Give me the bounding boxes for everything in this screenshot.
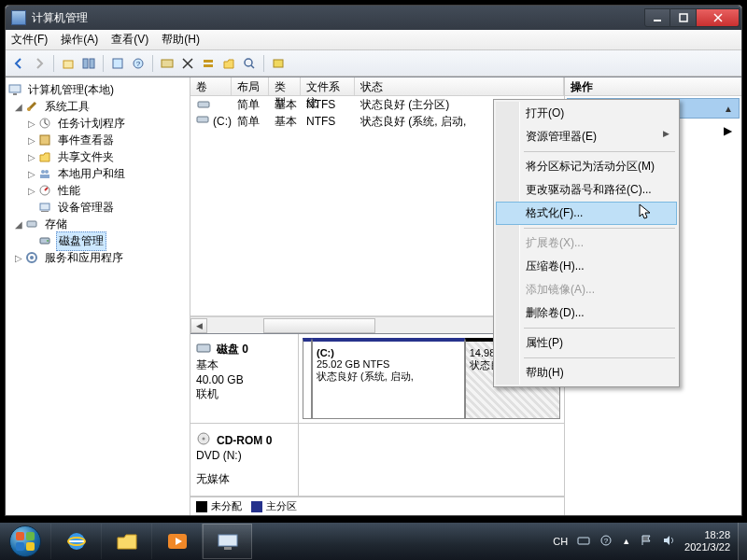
svg-point-21 xyxy=(41,170,45,174)
help-button[interactable]: ? xyxy=(129,54,148,73)
cursor-icon xyxy=(639,203,654,226)
minimize-button[interactable] xyxy=(644,8,670,27)
col-layout[interactable]: 布局 xyxy=(232,77,269,95)
toolbar: ? xyxy=(6,50,741,77)
svg-rect-1 xyxy=(680,14,687,21)
shared-icon xyxy=(37,149,52,164)
back-button[interactable] xyxy=(9,54,28,73)
disk-info[interactable]: 磁盘 0 基本 40.00 GB 联机 xyxy=(190,334,299,423)
svg-rect-41 xyxy=(224,547,232,550)
folder-icon[interactable] xyxy=(219,54,238,73)
devmgr-icon xyxy=(37,200,52,215)
taskbar-explorer[interactable] xyxy=(101,524,151,559)
refresh-icon[interactable] xyxy=(178,54,197,73)
svg-rect-5 xyxy=(83,59,88,68)
diskmgmt-icon xyxy=(37,233,52,248)
col-type[interactable]: 类型 xyxy=(269,77,301,95)
col-status[interactable]: 状态 xyxy=(355,77,564,95)
clock[interactable]: 18:28 2021/3/22 xyxy=(684,529,730,553)
tree-tasksched[interactable]: 任务计划程序 xyxy=(56,115,127,133)
menu-file[interactable]: 文件(F) xyxy=(11,32,48,48)
chevron-right-icon[interactable]: ▶ xyxy=(724,124,732,137)
svg-rect-26 xyxy=(41,211,49,212)
tray-keyboard-icon[interactable] xyxy=(577,534,590,549)
ctx-open[interactable]: 打开(O) xyxy=(496,102,677,125)
show-desktop-button[interactable] xyxy=(738,523,747,560)
taskbar-compmgmt[interactable] xyxy=(202,524,252,559)
scroll-left-icon[interactable]: ◀ xyxy=(190,318,207,333)
maximize-button[interactable] xyxy=(670,8,697,27)
col-volume[interactable]: 卷 xyxy=(190,77,232,95)
svg-rect-16 xyxy=(9,85,21,92)
ctx-delete[interactable]: 删除卷(D)... xyxy=(496,301,677,325)
ctx-explorer[interactable]: 资源管理器(E) xyxy=(496,125,677,148)
ctx-shrink[interactable]: 压缩卷(H)... xyxy=(496,255,677,278)
partition[interactable] xyxy=(303,338,312,419)
tray-flag-icon[interactable] xyxy=(640,534,653,549)
expand-icon[interactable]: ▷ xyxy=(26,119,37,129)
start-button[interactable] xyxy=(0,523,50,560)
ctx-change-drive[interactable]: 更改驱动器号和路径(C)... xyxy=(496,178,677,202)
svg-text:?: ? xyxy=(136,60,141,68)
more-icon[interactable] xyxy=(269,54,288,73)
expand-icon[interactable]: ▷ xyxy=(26,135,37,146)
ctx-mirror: 添加镜像(A)... xyxy=(496,278,677,301)
tree-devmgr[interactable]: 设备管理器 xyxy=(56,199,116,217)
menu-help[interactable]: 帮助(H) xyxy=(162,32,200,48)
settings-icon[interactable] xyxy=(158,54,176,73)
tree-shared[interactable]: 共享文件夹 xyxy=(56,148,116,166)
expand-icon[interactable]: ▷ xyxy=(26,152,37,162)
collapse-icon[interactable]: ◢ xyxy=(13,102,24,112)
tree-root[interactable]: 计算机管理(本地) xyxy=(26,81,116,99)
expand-icon[interactable]: ▷ xyxy=(26,169,37,179)
collapse-icon[interactable]: ◢ xyxy=(13,219,24,230)
tray-help-icon[interactable]: ? xyxy=(599,534,613,549)
menu-action[interactable]: 操作(A) xyxy=(61,32,98,48)
volume-icon xyxy=(196,115,209,128)
menu-view[interactable]: 查看(V) xyxy=(111,32,148,48)
tree-perf[interactable]: 性能 xyxy=(56,182,82,200)
cdrom-info[interactable]: CD-ROM 0 DVD (N:) 无媒体 xyxy=(190,424,299,496)
svg-rect-7 xyxy=(113,59,122,68)
partition-c[interactable]: (C:) 25.02 GB NTFS 状态良好 (系统, 启动, xyxy=(312,338,465,419)
taskbar-media[interactable] xyxy=(151,524,202,559)
tree-eventviewer[interactable]: 事件查看器 xyxy=(56,132,116,149)
svg-point-31 xyxy=(30,256,34,259)
scroll-thumb[interactable] xyxy=(263,318,375,333)
ctx-mark-active[interactable]: 将分区标记为活动分区(M) xyxy=(496,155,677,178)
taskbar-ie[interactable] xyxy=(50,524,101,559)
list-icon[interactable] xyxy=(199,54,218,73)
clock-icon xyxy=(37,116,52,131)
col-fs[interactable]: 文件系统 xyxy=(301,77,355,95)
tree-diskmgmt[interactable]: 磁盘管理 xyxy=(56,231,106,251)
chevron-up-icon[interactable]: ▲ xyxy=(622,537,630,546)
ime-indicator[interactable]: CH xyxy=(553,536,568,547)
close-button[interactable] xyxy=(697,8,740,27)
tree-services[interactable]: 服务和应用程序 xyxy=(43,249,125,267)
svg-rect-25 xyxy=(40,203,49,210)
prop-button[interactable] xyxy=(108,54,127,73)
expand-icon[interactable]: ▷ xyxy=(13,253,24,263)
titlebar[interactable]: 计算机管理 xyxy=(6,6,741,30)
services-icon xyxy=(24,250,39,265)
expand-icon[interactable]: ▷ xyxy=(26,186,37,196)
forward-button[interactable] xyxy=(30,54,49,73)
users-icon xyxy=(37,166,52,181)
ctx-props[interactable]: 属性(P) xyxy=(496,331,677,355)
tree-users[interactable]: 本地用户和组 xyxy=(56,165,127,183)
nav-tree[interactable]: 计算机管理(本地) ◢系统工具 ▷任务计划程序 ▷事件查看器 ▷共享文件夹 ▷本… xyxy=(6,77,190,515)
svg-point-22 xyxy=(45,170,49,174)
disk-icon xyxy=(196,343,211,357)
actions-title: 操作 xyxy=(565,77,741,96)
tray-volume-icon[interactable] xyxy=(662,534,675,549)
ctx-help[interactable]: 帮助(H) xyxy=(496,361,677,385)
up-button[interactable] xyxy=(59,54,78,73)
show-hide-tree-button[interactable] xyxy=(79,54,98,73)
chevron-up-icon: ▲ xyxy=(724,104,733,114)
find-icon[interactable] xyxy=(240,54,259,73)
tree-systools[interactable]: 系统工具 xyxy=(43,98,92,116)
svg-rect-6 xyxy=(90,59,94,68)
disk-row: CD-ROM 0 DVD (N:) 无媒体 xyxy=(190,424,564,497)
svg-rect-34 xyxy=(197,344,210,352)
svg-rect-42 xyxy=(578,538,589,544)
